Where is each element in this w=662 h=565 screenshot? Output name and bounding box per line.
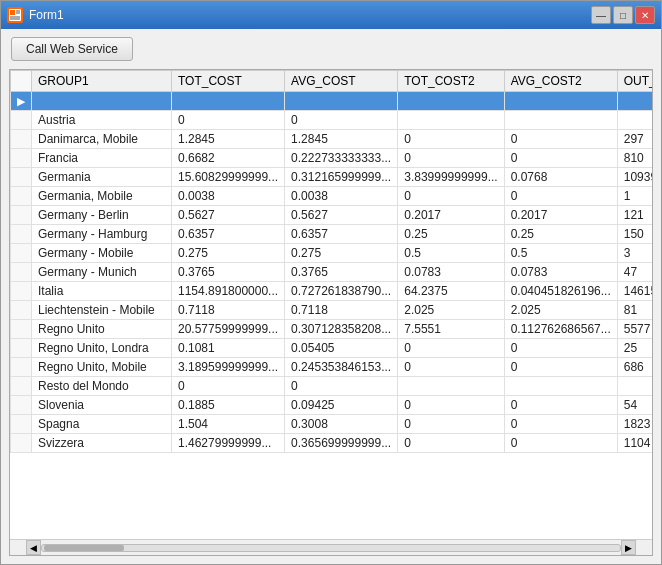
window-title: Form1 bbox=[29, 8, 64, 22]
cell-out: 1 bbox=[617, 187, 652, 206]
horizontal-scrollbar[interactable]: ◀ ▶ bbox=[10, 539, 652, 555]
cell-avg_cost2: 0.040451826196... bbox=[504, 282, 617, 301]
cell-avg_cost2: 0 bbox=[504, 149, 617, 168]
table-row[interactable]: Germany - Munich0.37650.37650.07830.0783… bbox=[11, 263, 653, 282]
row-indicator bbox=[11, 187, 32, 206]
cell-avg_cost: 0.5627 bbox=[285, 206, 398, 225]
table-row[interactable]: Danimarca, Mobile1.28451.284500297 bbox=[11, 130, 653, 149]
header-TOT_COST[interactable]: TOT_COST bbox=[172, 71, 285, 92]
table-row[interactable]: Germany - Berlin0.56270.56270.20170.2017… bbox=[11, 206, 653, 225]
minimize-button[interactable]: — bbox=[591, 6, 611, 24]
window-controls: — □ ✕ bbox=[591, 6, 655, 24]
cell-tot_cost2: 64.2375 bbox=[398, 282, 504, 301]
cell-avg_cost2: 0.2017 bbox=[504, 206, 617, 225]
close-button[interactable]: ✕ bbox=[635, 6, 655, 24]
title-bar-left: Form1 bbox=[7, 7, 64, 23]
row-indicator bbox=[11, 434, 32, 453]
cell-avg_cost2: 0 bbox=[504, 130, 617, 149]
row-indicator bbox=[11, 358, 32, 377]
cell-out bbox=[617, 111, 652, 130]
table-row[interactable]: Liechtenstein - Mobile0.71180.71182.0252… bbox=[11, 301, 653, 320]
table-row[interactable]: Svizzera1.46279999999...0.365699999999..… bbox=[11, 434, 653, 453]
header-AVG_COST[interactable]: AVG_COST bbox=[285, 71, 398, 92]
table-row[interactable]: Regno Unito, Londra0.10810.054050025 bbox=[11, 339, 653, 358]
maximize-button[interactable]: □ bbox=[613, 6, 633, 24]
cell-out: 1104 bbox=[617, 434, 652, 453]
cell-tot_cost: 15.60829999999... bbox=[172, 168, 285, 187]
cell-out: 1123 bbox=[617, 92, 652, 111]
header-OUT[interactable]: OUT_ bbox=[617, 71, 652, 92]
table-row[interactable]: Slovenia0.18850.094250054 bbox=[11, 396, 653, 415]
toolbar: Call Web Service bbox=[1, 29, 661, 69]
row-indicator bbox=[11, 263, 32, 282]
cell-group1: Germany - Munich bbox=[32, 263, 172, 282]
table-row[interactable]: Italia1154.891800000...0.727261838790...… bbox=[11, 282, 653, 301]
scroll-right-arrow[interactable]: ▶ bbox=[621, 540, 636, 555]
header-AVG_COST2[interactable]: AVG_COST2 bbox=[504, 71, 617, 92]
table-row[interactable]: Germania15.60829999999...0.312165999999.… bbox=[11, 168, 653, 187]
row-indicator bbox=[11, 111, 32, 130]
table-row[interactable]: Regno Unito20.57759999999...0.3071283582… bbox=[11, 320, 653, 339]
main-window: Form1 — □ ✕ Call Web Service GROUP1 TOT_… bbox=[0, 0, 662, 565]
cell-tot_cost2: 0.5 bbox=[398, 244, 504, 263]
cell-avg_cost: 0.245353846153... bbox=[285, 358, 398, 377]
table-row[interactable]: ▶00001123 bbox=[11, 92, 653, 111]
scroll-h-track[interactable] bbox=[41, 544, 621, 552]
cell-avg_cost: 0.275 bbox=[285, 244, 398, 263]
cell-out: 5577 bbox=[617, 320, 652, 339]
call-webservice-button[interactable]: Call Web Service bbox=[11, 37, 133, 61]
cell-out: 10939 bbox=[617, 168, 652, 187]
scroll-h-thumb[interactable] bbox=[44, 545, 124, 551]
cell-group1: Danimarca, Mobile bbox=[32, 130, 172, 149]
cell-tot_cost: 1154.891800000... bbox=[172, 282, 285, 301]
cell-tot_cost2: 0 bbox=[398, 92, 504, 111]
cell-avg_cost2: 0 bbox=[504, 434, 617, 453]
cell-avg_cost: 0.312165999999... bbox=[285, 168, 398, 187]
scroll-left-arrow[interactable]: ◀ bbox=[26, 540, 41, 555]
table-row[interactable]: Regno Unito, Mobile3.189599999999...0.24… bbox=[11, 358, 653, 377]
header-GROUP1[interactable]: GROUP1 bbox=[32, 71, 172, 92]
cell-tot_cost2: 3.83999999999... bbox=[398, 168, 504, 187]
table-row[interactable]: Resto del Mondo00 bbox=[11, 377, 653, 396]
cell-tot_cost2 bbox=[398, 111, 504, 130]
cell-avg_cost: 0.05405 bbox=[285, 339, 398, 358]
cell-tot_cost: 20.57759999999... bbox=[172, 320, 285, 339]
table-row[interactable]: Austria00 bbox=[11, 111, 653, 130]
cell-avg_cost: 0.307128358208... bbox=[285, 320, 398, 339]
table-row[interactable]: Francia0.66820.222733333333...00810 bbox=[11, 149, 653, 168]
cell-avg_cost: 0.09425 bbox=[285, 396, 398, 415]
row-indicator bbox=[11, 320, 32, 339]
cell-out: 14615 bbox=[617, 282, 652, 301]
cell-tot_cost2: 0.2017 bbox=[398, 206, 504, 225]
cell-group1: Regno Unito bbox=[32, 320, 172, 339]
cell-group1: Francia bbox=[32, 149, 172, 168]
cell-avg_cost2: 0 bbox=[504, 187, 617, 206]
cell-group1: Germany - Berlin bbox=[32, 206, 172, 225]
cell-out: 686 bbox=[617, 358, 652, 377]
table-row[interactable]: Germany - Hamburg0.63570.63570.250.25150 bbox=[11, 225, 653, 244]
cell-avg_cost2: 0.112762686567... bbox=[504, 320, 617, 339]
cell-avg_cost2: 0 bbox=[504, 415, 617, 434]
cell-group1: Germany - Hamburg bbox=[32, 225, 172, 244]
table-row[interactable]: Germania, Mobile0.00380.0038001 bbox=[11, 187, 653, 206]
cell-tot_cost: 0.5627 bbox=[172, 206, 285, 225]
cell-tot_cost: 0.0038 bbox=[172, 187, 285, 206]
cell-group1: Liechtenstein - Mobile bbox=[32, 301, 172, 320]
cell-avg_cost2: 0.25 bbox=[504, 225, 617, 244]
cell-tot_cost2: 0 bbox=[398, 187, 504, 206]
cell-avg_cost2: 0 bbox=[504, 358, 617, 377]
cell-group1 bbox=[32, 92, 172, 111]
header-TOT_COST2[interactable]: TOT_COST2 bbox=[398, 71, 504, 92]
table-row[interactable]: Spagna1.5040.3008001823 bbox=[11, 415, 653, 434]
table-row[interactable]: Germany - Mobile0.2750.2750.50.53 bbox=[11, 244, 653, 263]
cell-group1: Spagna bbox=[32, 415, 172, 434]
cell-out bbox=[617, 377, 652, 396]
cell-tot_cost: 1.2845 bbox=[172, 130, 285, 149]
cell-out: 81 bbox=[617, 301, 652, 320]
grid-table: GROUP1 TOT_COST AVG_COST TOT_COST2 AVG_C… bbox=[10, 70, 652, 453]
grid-scroll-area[interactable]: GROUP1 TOT_COST AVG_COST TOT_COST2 AVG_C… bbox=[10, 70, 652, 539]
row-indicator bbox=[11, 244, 32, 263]
cell-group1: Italia bbox=[32, 282, 172, 301]
cell-avg_cost: 0.3008 bbox=[285, 415, 398, 434]
cell-tot_cost2: 0 bbox=[398, 130, 504, 149]
